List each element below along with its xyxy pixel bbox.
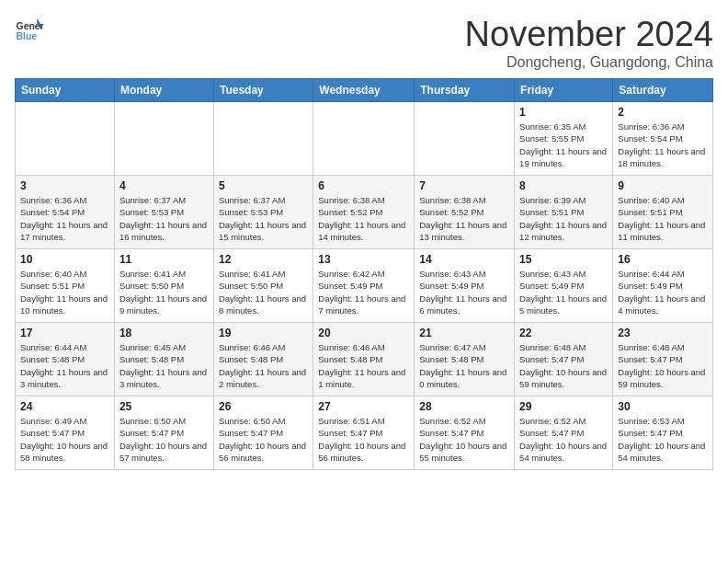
day-info: Sunrise: 6:43 AM Sunset: 5:49 PM Dayligh…	[419, 268, 509, 316]
day-number: 12	[219, 253, 308, 266]
day-info: Sunrise: 6:39 AM Sunset: 5:51 PM Dayligh…	[519, 194, 608, 243]
week-row-2: 3Sunrise: 6:36 AM Sunset: 5:54 PM Daylig…	[16, 176, 713, 249]
calendar-cell: 24Sunrise: 6:49 AM Sunset: 5:47 PM Dayli…	[16, 396, 115, 470]
day-info: Sunrise: 6:46 AM Sunset: 5:48 PM Dayligh…	[219, 341, 308, 390]
day-number: 30	[618, 400, 708, 413]
day-number: 10	[20, 253, 109, 266]
day-number: 27	[318, 400, 409, 413]
day-number: 6	[318, 179, 409, 192]
day-number: 14	[419, 253, 509, 266]
calendar-cell: 2Sunrise: 6:36 AM Sunset: 5:54 PM Daylig…	[613, 102, 713, 176]
day-info: Sunrise: 6:43 AM Sunset: 5:49 PM Dayligh…	[519, 268, 608, 316]
week-row-1: 1Sunrise: 6:35 AM Sunset: 5:55 PM Daylig…	[16, 102, 713, 176]
day-number: 22	[519, 327, 608, 339]
day-number: 11	[119, 253, 209, 266]
day-number: 1	[519, 106, 608, 119]
day-info: Sunrise: 6:53 AM Sunset: 5:47 PM Dayligh…	[618, 415, 708, 464]
day-info: Sunrise: 6:38 AM Sunset: 5:52 PM Dayligh…	[318, 194, 409, 243]
day-info: Sunrise: 6:36 AM Sunset: 5:54 PM Dayligh…	[618, 121, 708, 169]
day-info: Sunrise: 6:38 AM Sunset: 5:52 PM Dayligh…	[419, 194, 509, 243]
weekday-header-saturday: Saturday	[613, 79, 713, 102]
logo-icon: General Blue	[15, 15, 44, 44]
header: General Blue November 2024 Dongcheng, Gu…	[15, 15, 713, 71]
calendar-cell: 7Sunrise: 6:38 AM Sunset: 5:52 PM Daylig…	[415, 176, 515, 249]
day-info: Sunrise: 6:48 AM Sunset: 5:47 PM Dayligh…	[519, 341, 608, 390]
calendar-cell: 15Sunrise: 6:43 AM Sunset: 5:49 PM Dayli…	[515, 249, 613, 323]
calendar-cell: 26Sunrise: 6:50 AM Sunset: 5:47 PM Dayli…	[213, 396, 313, 470]
title-area: November 2024 Dongcheng, Guangdong, Chin…	[465, 15, 713, 71]
day-info: Sunrise: 6:50 AM Sunset: 5:47 PM Dayligh…	[119, 415, 209, 464]
calendar-cell: 5Sunrise: 6:37 AM Sunset: 5:53 PM Daylig…	[213, 176, 313, 249]
day-info: Sunrise: 6:40 AM Sunset: 5:51 PM Dayligh…	[20, 268, 109, 316]
calendar-cell: 13Sunrise: 6:42 AM Sunset: 5:49 PM Dayli…	[313, 249, 415, 323]
day-info: Sunrise: 6:45 AM Sunset: 5:48 PM Dayligh…	[119, 341, 209, 390]
location-title: Dongcheng, Guangdong, China	[465, 54, 713, 71]
day-number: 21	[419, 327, 509, 339]
calendar-cell: 16Sunrise: 6:44 AM Sunset: 5:49 PM Dayli…	[613, 249, 713, 323]
calendar-cell	[313, 102, 415, 176]
day-info: Sunrise: 6:35 AM Sunset: 5:55 PM Dayligh…	[519, 121, 608, 169]
day-info: Sunrise: 6:37 AM Sunset: 5:53 PM Dayligh…	[119, 194, 209, 243]
day-info: Sunrise: 6:51 AM Sunset: 5:47 PM Dayligh…	[318, 415, 409, 464]
calendar-cell: 20Sunrise: 6:46 AM Sunset: 5:48 PM Dayli…	[313, 323, 415, 396]
weekday-header-row: SundayMondayTuesdayWednesdayThursdayFrid…	[16, 79, 713, 102]
day-info: Sunrise: 6:50 AM Sunset: 5:47 PM Dayligh…	[219, 415, 308, 464]
week-row-3: 10Sunrise: 6:40 AM Sunset: 5:51 PM Dayli…	[16, 249, 713, 323]
calendar-cell	[213, 102, 313, 176]
weekday-header-friday: Friday	[515, 79, 613, 102]
calendar-cell: 27Sunrise: 6:51 AM Sunset: 5:47 PM Dayli…	[313, 396, 415, 470]
calendar-cell: 1Sunrise: 6:35 AM Sunset: 5:55 PM Daylig…	[515, 102, 613, 176]
day-info: Sunrise: 6:48 AM Sunset: 5:47 PM Dayligh…	[618, 341, 708, 390]
day-info: Sunrise: 6:49 AM Sunset: 5:47 PM Dayligh…	[20, 415, 109, 464]
day-number: 16	[618, 253, 708, 266]
day-info: Sunrise: 6:44 AM Sunset: 5:48 PM Dayligh…	[20, 341, 109, 390]
day-number: 24	[20, 400, 109, 413]
weekday-header-monday: Monday	[114, 79, 213, 102]
weekday-header-wednesday: Wednesday	[313, 79, 415, 102]
weekday-header-tuesday: Tuesday	[213, 79, 313, 102]
calendar-cell: 18Sunrise: 6:45 AM Sunset: 5:48 PM Dayli…	[114, 323, 213, 396]
calendar-cell: 6Sunrise: 6:38 AM Sunset: 5:52 PM Daylig…	[313, 176, 415, 249]
calendar-cell	[114, 102, 213, 176]
calendar-cell: 10Sunrise: 6:40 AM Sunset: 5:51 PM Dayli…	[16, 249, 115, 323]
svg-text:Blue: Blue	[17, 31, 38, 41]
day-info: Sunrise: 6:36 AM Sunset: 5:54 PM Dayligh…	[20, 194, 109, 243]
day-info: Sunrise: 6:46 AM Sunset: 5:48 PM Dayligh…	[318, 341, 409, 390]
calendar-cell	[415, 102, 515, 176]
calendar-cell: 12Sunrise: 6:41 AM Sunset: 5:50 PM Dayli…	[213, 249, 313, 323]
day-info: Sunrise: 6:52 AM Sunset: 5:47 PM Dayligh…	[419, 415, 509, 464]
month-title: November 2024	[465, 15, 713, 54]
calendar-cell: 8Sunrise: 6:39 AM Sunset: 5:51 PM Daylig…	[515, 176, 613, 249]
day-number: 17	[20, 327, 109, 339]
day-number: 23	[618, 327, 708, 339]
day-info: Sunrise: 6:47 AM Sunset: 5:48 PM Dayligh…	[419, 341, 509, 390]
day-info: Sunrise: 6:40 AM Sunset: 5:51 PM Dayligh…	[618, 194, 708, 243]
day-number: 29	[519, 400, 608, 413]
day-info: Sunrise: 6:41 AM Sunset: 5:50 PM Dayligh…	[219, 268, 308, 316]
calendar-cell: 9Sunrise: 6:40 AM Sunset: 5:51 PM Daylig…	[613, 176, 713, 249]
day-number: 20	[318, 327, 409, 339]
calendar-cell: 14Sunrise: 6:43 AM Sunset: 5:49 PM Dayli…	[415, 249, 515, 323]
calendar-cell: 23Sunrise: 6:48 AM Sunset: 5:47 PM Dayli…	[613, 323, 713, 396]
day-info: Sunrise: 6:37 AM Sunset: 5:53 PM Dayligh…	[219, 194, 308, 243]
week-row-4: 17Sunrise: 6:44 AM Sunset: 5:48 PM Dayli…	[16, 323, 713, 396]
day-number: 4	[119, 179, 209, 192]
calendar-cell: 11Sunrise: 6:41 AM Sunset: 5:50 PM Dayli…	[114, 249, 213, 323]
day-number: 26	[219, 400, 308, 413]
weekday-header-sunday: Sunday	[16, 79, 115, 102]
day-number: 25	[119, 400, 209, 413]
calendar-cell: 29Sunrise: 6:52 AM Sunset: 5:47 PM Dayli…	[515, 396, 613, 470]
day-number: 28	[419, 400, 509, 413]
calendar-cell: 17Sunrise: 6:44 AM Sunset: 5:48 PM Dayli…	[16, 323, 115, 396]
day-number: 9	[618, 179, 708, 192]
day-info: Sunrise: 6:52 AM Sunset: 5:47 PM Dayligh…	[519, 415, 608, 464]
day-number: 13	[318, 253, 409, 266]
calendar-cell: 4Sunrise: 6:37 AM Sunset: 5:53 PM Daylig…	[114, 176, 213, 249]
week-row-5: 24Sunrise: 6:49 AM Sunset: 5:47 PM Dayli…	[16, 396, 713, 470]
calendar-cell: 25Sunrise: 6:50 AM Sunset: 5:47 PM Dayli…	[114, 396, 213, 470]
day-number: 19	[219, 327, 308, 339]
day-info: Sunrise: 6:42 AM Sunset: 5:49 PM Dayligh…	[318, 268, 409, 316]
calendar-cell: 3Sunrise: 6:36 AM Sunset: 5:54 PM Daylig…	[16, 176, 115, 249]
logo: General Blue	[15, 15, 44, 44]
day-info: Sunrise: 6:41 AM Sunset: 5:50 PM Dayligh…	[119, 268, 209, 316]
